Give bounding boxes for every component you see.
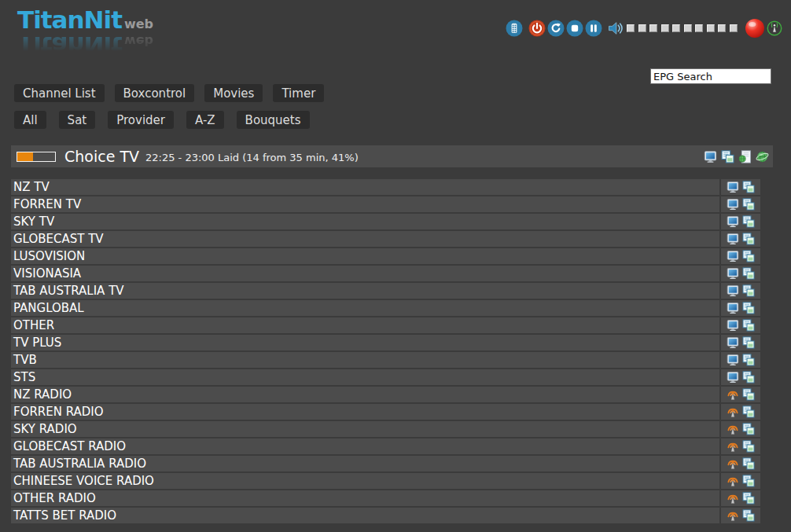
radio-icon[interactable] — [727, 388, 739, 401]
copy-icon[interactable] — [742, 181, 755, 193]
copy-icon[interactable] — [742, 250, 755, 262]
channel-row: GLOBECAST RADIO — [11, 438, 760, 454]
copy-icon[interactable] — [742, 215, 755, 228]
channel-name[interactable]: SKY RADIO — [11, 421, 719, 437]
tv-icon[interactable] — [727, 267, 739, 280]
copy-icon[interactable] — [742, 509, 755, 522]
nav-sat-button[interactable]: Sat — [59, 111, 96, 129]
nav-all-button[interactable]: All — [14, 111, 46, 129]
stream-icon[interactable] — [767, 20, 782, 36]
tv-icon[interactable] — [727, 336, 739, 349]
radio-icon[interactable] — [727, 509, 739, 522]
volume-block[interactable] — [707, 24, 715, 32]
channel-name[interactable]: FORREN RADIO — [11, 404, 719, 420]
tv-icon[interactable] — [727, 198, 739, 211]
epg-search-input[interactable] — [650, 68, 771, 84]
channel-name[interactable]: NZ TV — [11, 179, 719, 195]
radio-icon[interactable] — [727, 457, 739, 470]
volume-block[interactable] — [638, 24, 646, 32]
channel-name[interactable]: TVB — [11, 352, 719, 368]
reload-icon[interactable] — [547, 20, 565, 37]
channel-name[interactable]: TAB AUSTRALIA TV — [11, 283, 719, 299]
tv-icon[interactable] — [727, 319, 739, 332]
channel-name[interactable]: PANGLOBAL — [11, 300, 719, 316]
epg-page-icon[interactable] — [738, 150, 752, 163]
stop-icon[interactable] — [566, 20, 583, 37]
channel-row: NZ TV — [11, 179, 760, 195]
copy-icon[interactable] — [742, 267, 755, 280]
copy-icon[interactable] — [742, 457, 755, 470]
channel-name[interactable]: GLOBECAST RADIO — [11, 438, 719, 454]
tv-icon[interactable] — [727, 215, 739, 228]
nav-boxcontrol-button[interactable]: Boxcontrol — [115, 84, 195, 102]
nav-provider-button[interactable]: Provider — [108, 111, 174, 129]
copy-icon[interactable] — [742, 440, 755, 453]
copy-icon[interactable] — [742, 371, 755, 383]
tv-icon[interactable] — [727, 302, 739, 314]
channel-name[interactable]: CHINEESE VOICE RADIO — [11, 473, 719, 489]
radio-icon[interactable] — [727, 405, 739, 418]
copy-icon[interactable] — [742, 319, 755, 332]
volume-block[interactable] — [684, 24, 692, 32]
nav-movies-button[interactable]: Movies — [204, 84, 263, 102]
nav-bouquets-button[interactable]: Bouquets — [237, 111, 310, 129]
radio-icon[interactable] — [727, 440, 739, 453]
radio-icon[interactable] — [727, 423, 739, 435]
copy-icon[interactable] — [742, 354, 755, 366]
tv-icon[interactable] — [727, 233, 739, 245]
channel-name[interactable]: TAB AUSTRALIA RADIO — [11, 456, 719, 471]
globe-icon[interactable] — [756, 150, 769, 163]
volume-level-bar[interactable] — [627, 24, 738, 32]
channel-name[interactable]: LUSOVISION — [11, 248, 719, 264]
tv-icon[interactable] — [727, 181, 739, 193]
copy-icon[interactable] — [742, 302, 755, 314]
tv-icon[interactable] — [727, 371, 739, 383]
current-channel-name: Choice TV — [64, 148, 139, 165]
channel-name[interactable]: TATTS BET RADIO — [11, 508, 719, 523]
nav-a-z-button[interactable]: A-Z — [186, 111, 224, 129]
channel-name[interactable]: OTHER RADIO — [11, 490, 719, 506]
copy-icon[interactable] — [742, 233, 755, 245]
nav-timer-button[interactable]: Timer — [273, 84, 324, 102]
tv-icon[interactable] — [727, 284, 739, 297]
copy-icon[interactable] — [742, 492, 755, 504]
channel-actions — [721, 421, 760, 437]
copy-icon[interactable] — [742, 475, 755, 487]
radio-icon[interactable] — [727, 475, 739, 487]
channel-name[interactable]: GLOBECAST TV — [11, 231, 719, 247]
channel-name[interactable]: FORREN TV — [11, 196, 719, 212]
app-logo: TitanNitweb TitanNitweb — [17, 8, 153, 57]
channel-row: PANGLOBAL — [11, 300, 760, 316]
channel-name[interactable]: STS — [11, 369, 719, 385]
copy-icon[interactable] — [742, 423, 755, 435]
nav-channel-list-button[interactable]: Channel List — [14, 84, 105, 102]
screen-icon[interactable] — [704, 150, 717, 163]
pause-icon[interactable] — [585, 20, 602, 37]
copy-icon[interactable] — [721, 150, 734, 163]
copy-icon[interactable] — [742, 405, 755, 418]
copy-icon[interactable] — [742, 336, 755, 349]
volume-block[interactable] — [661, 24, 669, 32]
volume-block[interactable] — [718, 24, 726, 32]
volume-block[interactable] — [649, 24, 657, 32]
volume-block[interactable] — [672, 24, 680, 32]
copy-icon[interactable] — [742, 388, 755, 401]
channel-row: GLOBECAST TV — [11, 231, 760, 247]
record-icon[interactable] — [745, 18, 765, 39]
channel-name[interactable]: TV PLUS — [11, 335, 719, 350]
power-icon[interactable] — [528, 20, 546, 37]
remote-icon[interactable] — [506, 20, 523, 37]
volume-block[interactable] — [627, 24, 635, 32]
tv-icon[interactable] — [727, 354, 739, 366]
channel-name[interactable]: VISIONASIA — [11, 266, 719, 281]
channel-name[interactable]: SKY TV — [11, 214, 719, 229]
channel-name[interactable]: OTHER — [11, 317, 719, 333]
channel-name[interactable]: NZ RADIO — [11, 387, 719, 402]
copy-icon[interactable] — [742, 198, 755, 211]
volume-block[interactable] — [730, 24, 738, 32]
volume-block[interactable] — [695, 24, 703, 32]
tv-icon[interactable] — [727, 250, 739, 262]
copy-icon[interactable] — [742, 284, 755, 297]
radio-icon[interactable] — [727, 492, 739, 504]
speaker-icon[interactable] — [607, 20, 624, 37]
